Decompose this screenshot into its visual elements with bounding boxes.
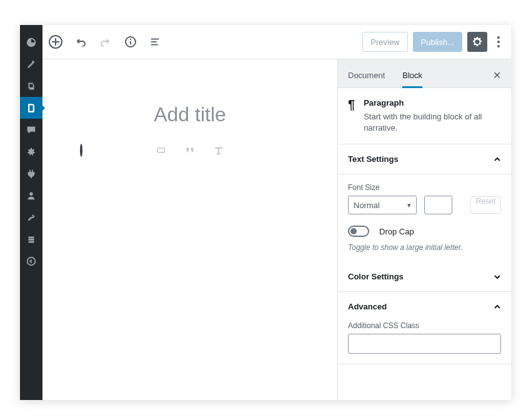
editor-topbar: Preview Publish... xyxy=(42,25,511,59)
svg-point-2 xyxy=(27,257,36,265)
admin-item-media[interactable] xyxy=(20,75,42,97)
outline-button[interactable] xyxy=(149,35,162,49)
font-size-reset-button[interactable]: Reset xyxy=(470,196,501,214)
color-settings-heading: Color Settings xyxy=(348,272,404,281)
color-settings-toggle[interactable]: Color Settings xyxy=(338,262,511,292)
drop-cap-label: Drop Cap xyxy=(379,227,414,236)
svg-rect-5 xyxy=(130,39,131,40)
admin-item-settings[interactable] xyxy=(20,228,42,250)
admin-sidebar xyxy=(20,25,42,400)
chevron-up-icon xyxy=(494,156,501,163)
svg-rect-7 xyxy=(151,41,157,42)
settings-button[interactable] xyxy=(467,32,487,52)
admin-item-appearance[interactable] xyxy=(20,141,42,162)
admin-item-tools[interactable] xyxy=(20,206,42,228)
tab-document[interactable]: Document xyxy=(348,71,385,88)
font-size-label: Font Size xyxy=(348,183,501,192)
info-button[interactable] xyxy=(124,35,137,49)
quote-icon[interactable] xyxy=(183,144,197,158)
editor-canvas[interactable]: Add title xyxy=(42,59,337,400)
publish-button[interactable]: Publish... xyxy=(413,32,462,52)
close-panel-button[interactable]: ✕ xyxy=(493,69,501,88)
css-class-label: Additional CSS Class xyxy=(348,321,501,330)
paragraph-icon: ¶ xyxy=(348,98,355,134)
font-size-number-input[interactable] xyxy=(424,196,452,214)
plus-icon xyxy=(80,144,82,157)
chevron-up-icon xyxy=(494,303,501,311)
text-icon[interactable] xyxy=(212,144,226,158)
font-size-select[interactable]: Normal xyxy=(348,196,417,214)
svg-rect-9 xyxy=(157,148,164,152)
svg-rect-8 xyxy=(151,44,158,46)
more-options-button[interactable] xyxy=(492,36,505,48)
text-settings-heading: Text Settings xyxy=(348,154,399,164)
admin-item-comments[interactable] xyxy=(20,119,42,141)
add-block-button[interactable] xyxy=(49,35,62,49)
advanced-heading: Advanced xyxy=(348,302,387,311)
svg-rect-6 xyxy=(151,39,159,40)
drop-cap-hint: Toggle to show a large initial letter. xyxy=(348,243,501,252)
align-icon[interactable] xyxy=(154,144,168,158)
post-title-input[interactable]: Add title xyxy=(80,103,300,126)
svg-rect-4 xyxy=(130,41,131,44)
block-type-description: Start with the building block of all nar… xyxy=(364,111,501,134)
block-type-title: Paragraph xyxy=(364,98,501,108)
css-class-input[interactable] xyxy=(348,334,501,354)
drop-cap-toggle[interactable] xyxy=(348,226,369,237)
text-settings-toggle[interactable]: Text Settings xyxy=(338,144,511,174)
preview-button[interactable]: Preview xyxy=(362,32,407,52)
admin-item-posts[interactable] xyxy=(20,53,42,75)
chevron-down-icon xyxy=(494,273,501,281)
tab-block[interactable]: Block xyxy=(402,71,422,88)
redo-button[interactable] xyxy=(99,35,112,49)
admin-item-pages[interactable] xyxy=(20,97,42,119)
plus-icon xyxy=(49,35,62,49)
svg-rect-1 xyxy=(29,105,32,111)
block-inserter-button[interactable] xyxy=(80,145,82,156)
admin-item-users[interactable] xyxy=(20,184,42,206)
admin-item-plugins[interactable] xyxy=(20,162,42,184)
admin-item-collapse[interactable] xyxy=(20,250,42,272)
settings-panel: Document Block ✕ ¶ Paragraph Start with … xyxy=(337,59,511,400)
undo-button[interactable] xyxy=(74,35,87,49)
advanced-toggle[interactable]: Advanced xyxy=(338,292,511,321)
admin-item-dashboard[interactable] xyxy=(20,31,42,53)
